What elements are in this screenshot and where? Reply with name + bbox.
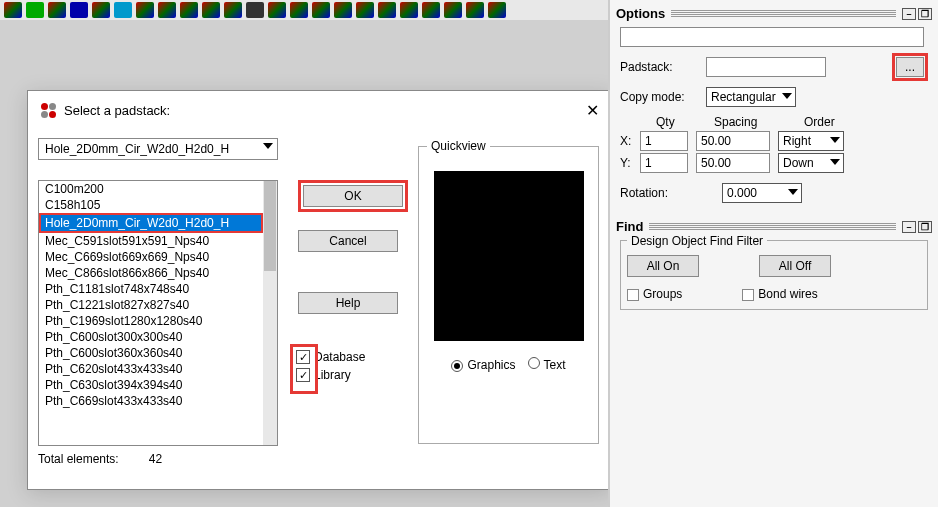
list-item[interactable]: Mec_C669slot669x669_Nps40	[39, 249, 263, 265]
quickview-preview	[434, 171, 584, 341]
chevron-down-icon	[830, 159, 840, 165]
toolbar-icon[interactable]	[224, 2, 242, 18]
qty-x-input[interactable]	[640, 131, 688, 151]
all-on-button[interactable]: All On	[627, 255, 699, 277]
toolbar-icon[interactable]	[114, 2, 132, 18]
list-item[interactable]: C158h105	[39, 197, 263, 213]
select-padstack-dialog: Select a padstack: ✕ Hole_2D0mm_Cir_W2d0…	[27, 90, 612, 490]
cancel-button[interactable]: Cancel	[298, 230, 398, 252]
padstack-label: Padstack:	[620, 60, 698, 74]
side-panels: Options – ❐ Padstack: ... Copy mode: Rec…	[608, 0, 938, 507]
find-panel: Find – ❐ Design Object Find Filter All O…	[616, 219, 932, 310]
toolbar-icon[interactable]	[488, 2, 506, 18]
order-header: Order	[804, 115, 874, 129]
text-radio-label[interactable]: Text	[528, 357, 566, 372]
quickview-label: Quickview	[427, 139, 490, 153]
toolbar-icon[interactable]	[4, 2, 22, 18]
list-item[interactable]: Pth_C669slot433x433s40	[39, 393, 263, 409]
list-item[interactable]: C100m200	[39, 181, 263, 197]
combo-value: Hole_2D0mm_Cir_W2d0_H2d0_H	[45, 142, 229, 156]
toolbar-icon[interactable]	[312, 2, 330, 18]
y-label: Y:	[620, 156, 640, 170]
spacing-x-input[interactable]	[696, 131, 770, 151]
graphics-radio[interactable]	[451, 360, 463, 372]
qty-y-input[interactable]	[640, 153, 688, 173]
toolbar-icon[interactable]	[48, 2, 66, 18]
options-panel: Options – ❐ Padstack: ... Copy mode: Rec…	[616, 6, 932, 203]
minimize-icon[interactable]: –	[902, 221, 916, 233]
toolbar-icon[interactable]	[422, 2, 440, 18]
dock-icon[interactable]: ❐	[918, 8, 932, 20]
list-item[interactable]: Pth_C600slot360x360s40	[39, 345, 263, 361]
groups-check-label[interactable]: Groups	[627, 287, 682, 301]
copy-mode-select[interactable]: Rectangular	[706, 87, 796, 107]
ok-button[interactable]: OK	[303, 185, 403, 207]
qty-header: Qty	[656, 115, 714, 129]
list-item[interactable]: Pth_C620slot433x433s40	[39, 361, 263, 377]
toolbar-icon[interactable]	[180, 2, 198, 18]
total-elements: Total elements:42	[38, 452, 278, 466]
toolbar-icon[interactable]	[444, 2, 462, 18]
list-item[interactable]: Hole_2D0mm_Cir_W2d0_H2d0_H	[39, 213, 263, 233]
padstack-icon	[40, 103, 56, 119]
highlight-box	[290, 344, 318, 394]
dialog-title: Select a padstack:	[64, 103, 170, 118]
bond-check-label[interactable]: Bond wires	[742, 287, 817, 301]
order-x-select[interactable]: Right	[778, 131, 844, 151]
list-item[interactable]: Pth_C1969slot1280x1280s40	[39, 313, 263, 329]
x-label: X:	[620, 134, 640, 148]
find-filter-legend: Design Object Find Filter	[627, 234, 767, 248]
list-item[interactable]: Pth_C1221slot827x827s40	[39, 297, 263, 313]
text-radio[interactable]	[528, 357, 540, 369]
toolbar-icon[interactable]	[268, 2, 286, 18]
toolbar-icon[interactable]	[92, 2, 110, 18]
list-item[interactable]: Pth_C600slot300x300s40	[39, 329, 263, 345]
list-item[interactable]: Mec_C866slot866x866_Nps40	[39, 265, 263, 281]
toolbar-icon[interactable]	[400, 2, 418, 18]
chevron-down-icon	[782, 93, 792, 99]
options-text-input[interactable]	[620, 27, 924, 47]
find-filter-fieldset: Design Object Find Filter All On All Off…	[620, 240, 928, 310]
toolbar-icon[interactable]	[334, 2, 352, 18]
order-y-select[interactable]: Down	[778, 153, 844, 173]
chevron-down-icon	[788, 189, 798, 195]
toolbar-icon[interactable]	[466, 2, 484, 18]
padstack-input[interactable]	[706, 57, 826, 77]
toolbar-icon[interactable]	[136, 2, 154, 18]
padstack-combo[interactable]: Hole_2D0mm_Cir_W2d0_H2d0_H	[38, 138, 278, 160]
chevron-down-icon	[263, 143, 273, 149]
help-button[interactable]: Help	[298, 292, 398, 314]
all-off-button[interactable]: All Off	[759, 255, 831, 277]
toolbar-icon[interactable]	[70, 2, 88, 18]
toolbar-icon[interactable]	[290, 2, 308, 18]
list-item[interactable]: Mec_C591slot591x591_Nps40	[39, 233, 263, 249]
dock-icon[interactable]: ❐	[918, 221, 932, 233]
toolbar-icon[interactable]	[246, 2, 264, 18]
library-label: Library	[314, 368, 351, 382]
database-label: Database	[314, 350, 365, 364]
toolbar-icon[interactable]	[356, 2, 374, 18]
copy-mode-label: Copy mode:	[620, 90, 698, 104]
rotation-label: Rotation:	[620, 186, 698, 200]
bond-checkbox[interactable]	[742, 289, 754, 301]
padstack-list[interactable]: C100m200C158h105Hole_2D0mm_Cir_W2d0_H2d0…	[38, 180, 278, 446]
toolbar-icon[interactable]	[378, 2, 396, 18]
toolbar-icon[interactable]	[158, 2, 176, 18]
graphics-radio-label[interactable]: Graphics	[451, 358, 515, 372]
toolbar-icon[interactable]	[202, 2, 220, 18]
groups-checkbox[interactable]	[627, 289, 639, 301]
quickview-group: Quickview Graphics Text	[418, 146, 599, 444]
spacing-y-input[interactable]	[696, 153, 770, 173]
list-item[interactable]: Pth_C630slot394x394s40	[39, 377, 263, 393]
minimize-icon[interactable]: –	[902, 8, 916, 20]
toolbar-icon[interactable]	[26, 2, 44, 18]
find-title: Find	[616, 219, 643, 234]
browse-button[interactable]: ...	[896, 57, 924, 77]
close-icon[interactable]: ✕	[586, 101, 599, 120]
scrollbar[interactable]	[263, 181, 277, 445]
options-title: Options	[616, 6, 665, 21]
spacing-header: Spacing	[714, 115, 804, 129]
rotation-select[interactable]: 0.000	[722, 183, 802, 203]
chevron-down-icon	[830, 137, 840, 143]
list-item[interactable]: Pth_C1181slot748x748s40	[39, 281, 263, 297]
